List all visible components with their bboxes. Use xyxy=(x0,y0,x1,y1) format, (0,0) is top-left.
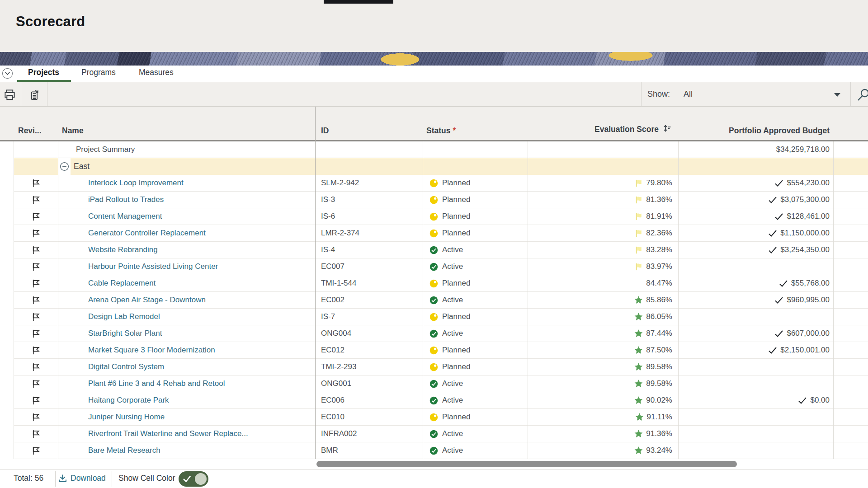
project-name-link[interactable]: Haitang Corporate Park xyxy=(88,396,169,405)
project-name-link[interactable]: Digital Control System xyxy=(88,362,164,371)
status-cell: Active xyxy=(423,292,528,308)
column-header-id[interactable]: ID xyxy=(321,126,329,136)
empty-cell xyxy=(833,375,868,392)
project-name-link[interactable]: Interlock Loop Improvement xyxy=(88,178,184,188)
id-cell: BMR xyxy=(315,442,423,459)
evaluation-score-cell: 91.36% xyxy=(528,426,678,442)
collapse-icon xyxy=(60,162,69,171)
download-icon xyxy=(58,474,67,483)
review-cell[interactable] xyxy=(14,275,58,291)
budget-cell: $2,150,001.00 xyxy=(678,342,833,358)
review-cell[interactable] xyxy=(14,325,58,342)
review-cell[interactable] xyxy=(14,426,58,442)
project-name-link[interactable]: Cable Replacement xyxy=(88,279,156,288)
empty-cell xyxy=(833,275,868,291)
download-button[interactable]: Download xyxy=(58,474,106,483)
tab-programs[interactable]: Programs xyxy=(81,68,116,77)
tab-projects[interactable]: Projects xyxy=(28,68,59,77)
budget-check-icon xyxy=(779,280,788,287)
status-cell xyxy=(423,141,528,158)
search-icon[interactable] xyxy=(856,88,868,105)
id-cell: ONG004 xyxy=(315,325,423,342)
table-row: Website RebrandingIS-4Active83.28%$3,254… xyxy=(14,242,868,258)
summary-name: Project Summary xyxy=(58,141,315,158)
score-star-icon xyxy=(634,329,643,338)
project-name-link[interactable]: Generator Controller Replacement xyxy=(88,229,206,238)
review-cell[interactable] xyxy=(14,309,58,325)
project-name-link[interactable]: Website Rebranding xyxy=(88,245,158,254)
review-cell[interactable] xyxy=(14,192,58,208)
name-cell: iPad Rollout to Trades xyxy=(58,192,315,208)
evaluation-score-cell: 91.11% xyxy=(528,409,678,425)
evaluation-score-cell: 81.36% xyxy=(528,192,678,208)
review-cell xyxy=(14,158,58,175)
horizontal-scrollbar xyxy=(0,459,868,469)
toolbar-divider xyxy=(21,82,21,106)
review-cell[interactable] xyxy=(14,375,58,392)
review-cell[interactable] xyxy=(14,409,58,425)
project-name-link[interactable]: Harbour Pointe Assisted Living Center xyxy=(88,262,218,271)
table-row: Plant #6 Line 3 and 4 Rehab and RetoolON… xyxy=(14,375,868,392)
sort-icon[interactable] xyxy=(662,123,672,136)
project-name-link[interactable]: Arena Open Air Stage - Downtown xyxy=(88,296,206,305)
empty-cell xyxy=(833,225,868,241)
review-cell[interactable] xyxy=(14,242,58,258)
show-filter-value[interactable]: All xyxy=(684,89,693,99)
review-flag-icon xyxy=(31,278,41,289)
score-flag-icon xyxy=(635,246,643,254)
review-cell[interactable] xyxy=(14,225,58,241)
show-cell-color-toggle[interactable] xyxy=(179,471,208,487)
review-flag-icon xyxy=(31,312,41,322)
project-name-link[interactable]: Riverfront Trail Waterline and Sewer Rep… xyxy=(88,429,248,438)
column-header-review[interactable]: Revi... xyxy=(18,126,42,136)
project-name-link[interactable]: Juniper Nursing Home xyxy=(88,413,165,422)
column-header-budget[interactable]: Portfolio Approved Budget xyxy=(678,126,830,136)
id-cell xyxy=(315,158,423,175)
status-icon xyxy=(429,212,438,221)
table-row: Market Square 3 Floor ModernizationEC012… xyxy=(14,342,868,359)
tab-measures[interactable]: Measures xyxy=(139,68,174,77)
decorative-banner xyxy=(0,52,868,66)
project-name-link[interactable]: Market Square 3 Floor Modernization xyxy=(88,346,215,355)
review-cell[interactable] xyxy=(14,292,58,308)
name-cell: Arena Open Air Stage - Downtown xyxy=(58,292,315,308)
empty-cell xyxy=(833,325,868,342)
printer-icon[interactable] xyxy=(4,89,16,103)
name-cell: Design Lab Remodel xyxy=(58,309,315,325)
project-name-link[interactable]: Content Management xyxy=(88,212,162,221)
review-cell[interactable] xyxy=(14,442,58,459)
project-name-link[interactable]: iPad Rollout to Trades xyxy=(88,195,164,204)
column-header-name[interactable]: Name xyxy=(62,126,84,136)
dropdown-caret-icon[interactable] xyxy=(834,93,840,97)
table-header-row: Revi... Name ID Status* Evaluation Score… xyxy=(0,107,868,141)
budget-check-icon xyxy=(768,246,777,254)
project-name-link[interactable]: Plant #6 Line 3 and 4 Rehab and Retool xyxy=(88,379,225,388)
status-icon xyxy=(429,279,438,288)
review-cell[interactable] xyxy=(14,175,58,191)
evaluation-score-cell: 81.91% xyxy=(528,208,678,225)
review-cell[interactable] xyxy=(14,342,58,358)
review-cell[interactable] xyxy=(14,392,58,408)
project-name-link[interactable]: Bare Metal Research xyxy=(88,446,160,455)
review-cell[interactable] xyxy=(14,359,58,375)
project-name-link[interactable]: StarBright Solar Plant xyxy=(88,329,162,338)
budget-cell: $554,230.00 xyxy=(678,175,833,191)
column-header-evaluation-score[interactable]: Evaluation Score xyxy=(528,123,672,136)
id-cell: EC002 xyxy=(315,292,423,308)
project-name-link[interactable]: Design Lab Remodel xyxy=(88,312,160,321)
toolbar-divider xyxy=(850,82,851,106)
scrollbar-thumb[interactable] xyxy=(316,461,737,467)
status-cell: Planned xyxy=(423,175,528,191)
recalculate-icon[interactable] xyxy=(28,89,41,103)
chevron-down-icon[interactable] xyxy=(2,68,13,79)
review-flag-icon xyxy=(31,429,41,439)
budget-check-icon xyxy=(774,179,783,187)
budget-cell: $34,259,718.00 xyxy=(678,141,833,158)
review-flag-icon xyxy=(31,211,41,222)
collapse-button[interactable] xyxy=(58,158,71,175)
review-cell[interactable] xyxy=(14,258,58,275)
budget-cell: $607,000.00 xyxy=(678,325,833,342)
column-header-status[interactable]: Status* xyxy=(426,126,456,136)
review-cell[interactable] xyxy=(14,208,58,225)
id-cell: SLM-2-942 xyxy=(315,175,423,191)
